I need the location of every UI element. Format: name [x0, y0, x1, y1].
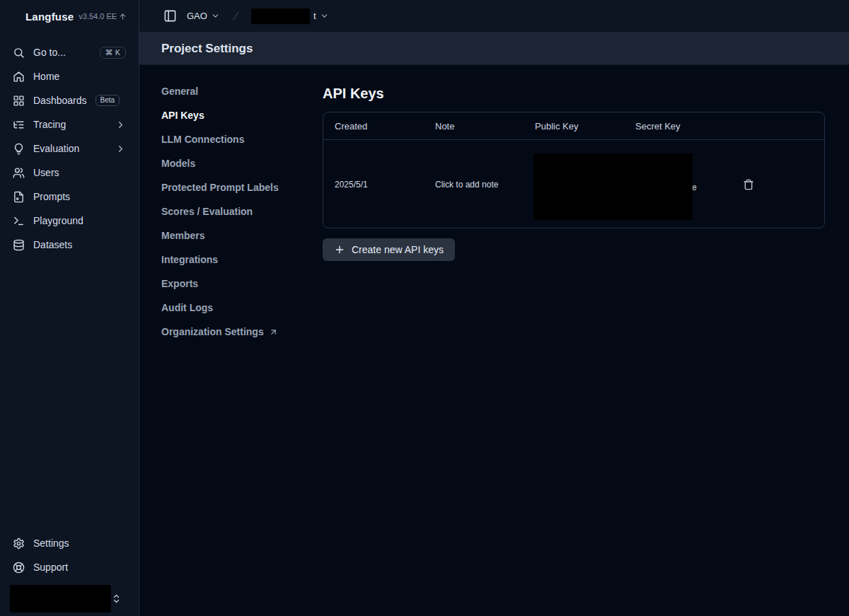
plus-icon [334, 244, 345, 255]
api-keys-section: API Keys Created Note Public Key Secret … [323, 79, 825, 616]
settings-nav-general[interactable]: General [161, 79, 301, 103]
create-api-key-button[interactable]: Create new API keys [323, 238, 455, 261]
settings-nav-label: Integrations [161, 254, 218, 265]
sidebar-item-support[interactable]: Support [6, 555, 133, 579]
account-selector[interactable] [6, 585, 133, 612]
settings-nav-llm-connections[interactable]: LLM Connections [161, 127, 301, 151]
chevron-right-icon [115, 120, 126, 130]
list-tree-icon [13, 119, 25, 131]
sidebar-item-prompts[interactable]: Prompts [6, 185, 133, 209]
project-selector[interactable]: t [251, 8, 329, 24]
settings-nav-exports[interactable]: Exports [161, 272, 301, 296]
sidebar-item-evaluation[interactable]: Evaluation [6, 136, 133, 161]
file-document-icon [13, 191, 25, 203]
sidebar: Langfuse v3.54.0 EE Go to... ⌘ K Home Da… [0, 0, 139, 616]
sidebar-item-go-to[interactable]: Go to... ⌘ K [6, 40, 133, 64]
table-header-row: Created Note Public Key Secret Key [323, 112, 824, 140]
search-icon [13, 47, 25, 59]
database-icon [13, 239, 25, 251]
sidebar-item-label: Prompts [33, 191, 70, 202]
version-label: v3.54.0 EE [79, 12, 117, 21]
gear-icon [13, 537, 25, 550]
settings-nav: General API Keys LLM Connections Models … [161, 79, 301, 616]
org-selector[interactable]: GAO [187, 11, 220, 21]
settings-nav-label: API Keys [161, 110, 204, 121]
settings-nav-protected-prompt-labels[interactable]: Protected Prompt Labels [161, 175, 301, 199]
column-header-secret-key: Secret Key [635, 121, 741, 132]
app-window: Langfuse v3.54.0 EE Go to... ⌘ K Home Da… [0, 0, 849, 616]
sidebar-item-dashboards[interactable]: Dashboards Beta [6, 88, 133, 112]
column-header-public-key: Public Key [535, 121, 635, 132]
sidebar-item-label: Tracing [33, 119, 66, 130]
section-heading: API Keys [323, 83, 825, 103]
created-cell: 2025/5/1 [335, 180, 435, 190]
terminal-icon [13, 215, 25, 227]
settings-nav-label: Audit Logs [161, 302, 213, 313]
settings-nav-api-keys[interactable]: API Keys [161, 103, 301, 127]
logo-row: Langfuse v3.54.0 EE [0, 0, 139, 33]
settings-content: General API Keys LLM Connections Models … [139, 65, 849, 616]
beta-badge: Beta [96, 95, 120, 106]
sidebar-item-label: Support [33, 562, 68, 573]
update-arrow-up-icon [119, 13, 127, 21]
langfuse-logo: Langfuse [25, 11, 74, 23]
page-title: Project Settings [161, 42, 253, 56]
sidebar-item-label: Evaluation [33, 143, 79, 154]
settings-nav-integrations[interactable]: Integrations [161, 248, 301, 272]
secret-key-visible-fragment: e [692, 182, 697, 192]
topbar: GAO t [139, 0, 849, 33]
shortcut-badge: ⌘ K [100, 47, 126, 59]
settings-nav-label: Protected Prompt Labels [161, 182, 279, 193]
version-badge[interactable]: v3.54.0 EE [79, 12, 127, 21]
sidebar-nav: Go to... ⌘ K Home Dashboards Beta Tracin… [0, 33, 139, 257]
create-api-key-label: Create new API keys [352, 244, 444, 255]
settings-nav-label: Organization Settings [161, 326, 264, 337]
delete-api-key-button[interactable] [741, 178, 756, 192]
home-icon [13, 71, 25, 83]
org-name: GAO [187, 11, 207, 21]
settings-nav-label: General [161, 86, 198, 97]
settings-nav-label: Exports [161, 278, 198, 289]
sidebar-item-home[interactable]: Home [6, 64, 133, 88]
sidebar-item-datasets[interactable]: Datasets [6, 233, 133, 257]
sidebar-footer: Settings Support [0, 531, 139, 616]
settings-nav-scores-evaluation[interactable]: Scores / Evaluation [161, 199, 301, 223]
arrow-up-right-icon [269, 327, 278, 337]
chevrons-up-down-icon [111, 593, 122, 604]
sidebar-item-users[interactable]: Users [6, 161, 133, 185]
settings-nav-label: LLM Connections [161, 134, 244, 145]
sidebar-item-label: Playground [33, 215, 83, 226]
page-header: Project Settings [139, 33, 849, 65]
sidebar-item-settings[interactable]: Settings [6, 531, 133, 555]
sidebar-item-playground[interactable]: Playground [6, 209, 133, 233]
note-cell[interactable]: Click to add note [435, 180, 535, 190]
settings-nav-models[interactable]: Models [161, 151, 301, 175]
redacted-account-name [10, 585, 111, 612]
lifebuoy-icon [13, 562, 25, 574]
sidebar-item-label: Go to... [33, 47, 66, 58]
chevron-down-icon [320, 11, 329, 21]
column-header-note: Note [435, 121, 535, 132]
settings-nav-organization-settings[interactable]: Organization Settings [161, 320, 301, 344]
redacted-key-values [533, 153, 693, 220]
settings-nav-label: Members [161, 230, 204, 241]
sidebar-item-label: Dashboards [33, 95, 87, 106]
lightbulb-icon [13, 143, 25, 155]
sidebar-item-label: Home [33, 71, 59, 82]
sidebar-item-label: Settings [33, 537, 69, 549]
sidebar-item-tracing[interactable]: Tracing [6, 112, 133, 136]
sidebar-toggle-icon[interactable] [163, 9, 177, 23]
sidebar-item-label: Datasets [33, 239, 72, 250]
api-keys-table: Created Note Public Key Secret Key 2025/… [323, 112, 825, 228]
main-area: GAO t Project Settings General API Keys … [139, 0, 849, 616]
settings-nav-audit-logs[interactable]: Audit Logs [161, 296, 301, 320]
settings-nav-members[interactable]: Members [161, 223, 301, 248]
trash-icon [743, 179, 754, 190]
sidebar-item-label: Users [33, 167, 59, 178]
chevron-down-icon [211, 11, 220, 21]
users-icon [13, 167, 25, 179]
redacted-project-name [251, 8, 310, 24]
settings-nav-label: Models [161, 158, 195, 169]
settings-nav-label: Scores / Evaluation [161, 206, 253, 217]
column-header-created: Created [335, 121, 435, 132]
